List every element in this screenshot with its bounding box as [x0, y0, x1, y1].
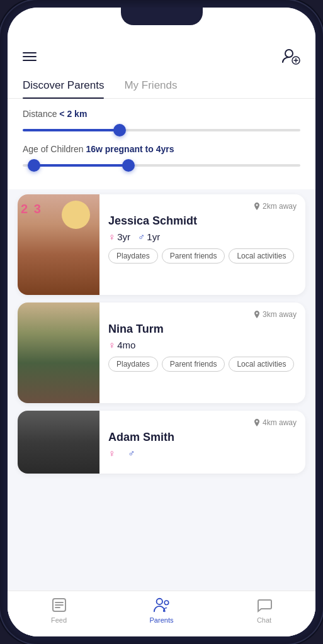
nina-info: 3km away Nina Turm ♀ 4mo Playdates: [99, 303, 305, 403]
person-card-adam[interactable]: 4km away Adam Smith ♀ ♂: [18, 411, 305, 474]
nav-parents[interactable]: Parents: [110, 596, 213, 624]
feed-label: Feed: [51, 616, 67, 624]
adam-photo: [18, 411, 99, 474]
svg-point-6: [256, 420, 258, 422]
parents-label: Parents: [150, 616, 174, 624]
bottom-nav: Feed Parents: [8, 591, 315, 636]
phone-shell: Discover Parents My Friends Distance < 2…: [0, 0, 323, 644]
svg-point-12: [164, 601, 169, 605]
nav-feed[interactable]: Feed: [8, 596, 110, 624]
male-symbol-1: ♂: [138, 231, 145, 242]
nina-child-1: ♀ 4mo: [108, 340, 135, 350]
nina-tag-playdates[interactable]: Playdates: [108, 357, 158, 372]
parents-icon: [153, 596, 171, 614]
nina-photo: [18, 303, 99, 403]
svg-point-11: [156, 599, 162, 604]
jessica-tag-parent-friends[interactable]: Parent friends: [162, 248, 225, 264]
tabs: Discover Parents My Friends: [8, 73, 315, 99]
jessica-child-2: ♂ 1yr: [138, 231, 160, 242]
distance-filter: Distance < 2 km: [23, 109, 300, 136]
jessica-distance-row: 2km away: [108, 202, 297, 211]
jessica-info: 2km away Jessica Schmidt ♀ 3yr ♂ 1yr: [99, 194, 305, 295]
adam-distance-row: 4km away: [108, 418, 297, 427]
distance-fill: [23, 129, 120, 131]
phone-screen: Discover Parents My Friends Distance < 2…: [8, 8, 315, 636]
chat-icon: [256, 596, 273, 614]
age-value: 16w pregnant to 4yrs: [86, 144, 174, 154]
svg-point-0: [285, 50, 293, 57]
age-filter: Age of Children 16w pregnant to 4yrs: [23, 144, 300, 172]
adam-info: 4km away Adam Smith ♀ ♂: [99, 411, 305, 474]
male-symbol-3: ♂: [128, 448, 135, 458]
add-friend-icon[interactable]: [280, 45, 300, 68]
nina-children: ♀ 4mo: [108, 340, 297, 350]
distance-thumb[interactable]: [113, 124, 126, 136]
jessica-photo: [18, 194, 99, 295]
distance-label: Distance < 2 km: [23, 109, 300, 119]
jessica-tags: Playdates Parent friends Local activitie…: [108, 248, 297, 264]
age-label: Age of Children 16w pregnant to 4yrs: [23, 144, 300, 154]
jessica-tag-playdates[interactable]: Playdates: [108, 248, 158, 264]
adam-children: ♀ ♂: [108, 448, 297, 458]
nina-child-age: 4mo: [117, 340, 135, 350]
nina-tag-parent-friends[interactable]: Parent friends: [162, 357, 225, 372]
person-card-jessica[interactable]: 2km away Jessica Schmidt ♀ 3yr ♂ 1yr: [18, 194, 305, 295]
jessica-tag-local-activities[interactable]: Local activities: [229, 248, 294, 264]
adam-distance: 4km away: [254, 418, 297, 427]
child-age-2: 1yr: [147, 231, 160, 242]
app-content: Discover Parents My Friends Distance < 2…: [8, 35, 315, 636]
nina-tags: Playdates Parent friends Local activitie…: [108, 357, 297, 372]
child-age-1: 3yr: [117, 231, 130, 242]
age-thumb-left[interactable]: [28, 159, 40, 172]
female-symbol-3: ♀: [108, 448, 115, 458]
age-thumb-right[interactable]: [122, 159, 135, 172]
notch: [121, 8, 203, 25]
age-range-fill: [34, 164, 128, 167]
filters: Distance < 2 km Age of Children 16w preg…: [8, 99, 315, 189]
jessica-distance: 2km away: [254, 202, 297, 211]
feed-icon: [50, 596, 68, 614]
distance-slider[interactable]: [23, 124, 300, 136]
jessica-children: ♀ 3yr ♂ 1yr: [108, 231, 297, 242]
nina-name: Nina Turm: [108, 323, 297, 336]
nav-chat[interactable]: Chat: [213, 596, 315, 624]
chat-label: Chat: [257, 616, 271, 624]
distance-value: < 2 km: [59, 109, 87, 119]
female-symbol-1: ♀: [108, 231, 115, 242]
jessica-name: Jessica Schmidt: [108, 214, 297, 228]
adam-name: Adam Smith: [108, 431, 297, 444]
nina-distance-row: 3km away: [108, 310, 297, 319]
svg-point-5: [256, 312, 258, 314]
nina-tag-local-activities[interactable]: Local activities: [229, 357, 294, 372]
svg-point-4: [256, 204, 258, 206]
header: [8, 35, 315, 73]
notch-area: [8, 8, 315, 35]
hamburger-button[interactable]: [23, 52, 37, 61]
tab-friends[interactable]: My Friends: [124, 73, 177, 98]
person-card-nina[interactable]: 3km away Nina Turm ♀ 4mo Playdates: [18, 303, 305, 403]
tab-discover[interactable]: Discover Parents: [23, 73, 104, 98]
distance-track: [23, 129, 300, 131]
nina-distance: 3km away: [254, 310, 297, 319]
age-track: [23, 164, 300, 167]
jessica-child-1: ♀ 3yr: [108, 231, 130, 242]
female-symbol-2: ♀: [108, 340, 115, 350]
age-slider[interactable]: [23, 159, 300, 172]
people-list: 2km away Jessica Schmidt ♀ 3yr ♂ 1yr: [8, 189, 315, 591]
